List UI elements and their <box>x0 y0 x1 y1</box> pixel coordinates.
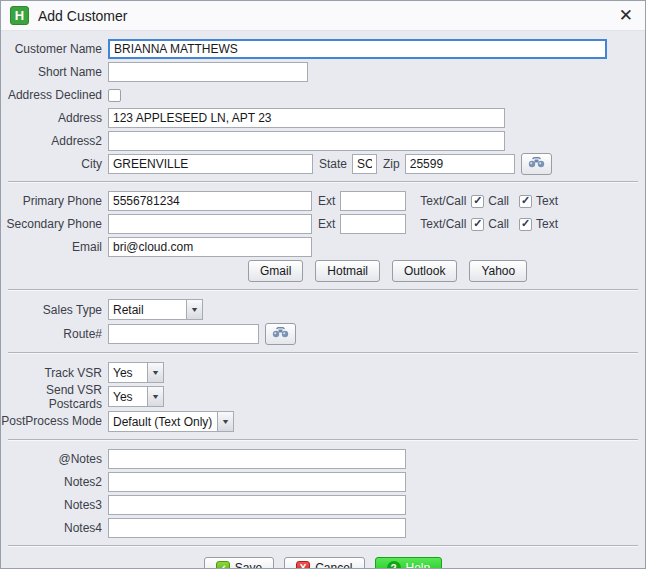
save-button[interactable]: ✓ Save <box>204 557 274 569</box>
address-label: Address <box>1 111 108 125</box>
secondary-phone-row: Secondary Phone Ext Text/Call Call Text <box>1 214 645 234</box>
secondary-textcall-group: Text/Call Call Text <box>420 217 558 231</box>
send-vsr-postcards-row: Send VSR Postcards Yes ▼ <box>1 386 645 407</box>
close-icon[interactable]: ✕ <box>619 7 633 24</box>
postprocess-mode-select[interactable]: Default (Text Only) ▼ <box>108 411 234 432</box>
outlook-button[interactable]: Outlook <box>392 260 457 282</box>
add-customer-dialog: { "window": { "title": "Add Customer", "… <box>0 0 646 569</box>
send-vsr-postcards-value: Yes <box>109 387 147 406</box>
gmail-button[interactable]: Gmail <box>248 260 303 282</box>
notes4-label: Notes4 <box>1 521 108 535</box>
address-input[interactable] <box>108 108 505 128</box>
sales-type-label: Sales Type <box>1 303 108 317</box>
save-button-label: Save <box>235 561 262 569</box>
secondary-phone-label: Secondary Phone <box>1 217 108 231</box>
short-name-row: Short Name <box>1 62 645 82</box>
address2-row: Address2 <box>1 131 645 151</box>
sales-type-select[interactable]: Retail ▼ <box>108 299 203 320</box>
chevron-down-icon: ▼ <box>147 387 163 406</box>
secondary-ext-label: Ext <box>318 217 335 231</box>
address-declined-label: Address Declined <box>1 88 108 102</box>
notes1-label: @Notes <box>1 452 108 466</box>
route-lookup-button[interactable] <box>265 323 296 345</box>
primary-ext-input[interactable] <box>340 191 406 211</box>
secondary-text-checkbox[interactable] <box>519 218 532 231</box>
help-question-icon: ? <box>387 561 401 569</box>
primary-textcall-label: Text/Call <box>420 194 466 208</box>
notes2-row: Notes2 <box>1 472 645 492</box>
chevron-down-icon: ▼ <box>217 412 233 431</box>
address2-input[interactable] <box>108 131 505 151</box>
notes3-label: Notes3 <box>1 498 108 512</box>
zip-lookup-button[interactable] <box>521 153 552 175</box>
email-label: Email <box>1 240 108 254</box>
notes2-label: Notes2 <box>1 475 108 489</box>
address-row: Address <box>1 108 645 128</box>
email-row: Email <box>1 237 645 257</box>
sales-type-row: Sales Type Retail ▼ <box>1 299 645 320</box>
customer-name-input[interactable] <box>108 39 607 59</box>
short-name-label: Short Name <box>1 65 108 79</box>
hotmail-button[interactable]: Hotmail <box>315 260 380 282</box>
primary-call-checkbox[interactable] <box>471 195 484 208</box>
primary-text-label: Text <box>536 194 558 208</box>
footer-buttons: ✓ Save X Cancel ? Help <box>1 557 645 569</box>
city-input[interactable] <box>108 154 313 174</box>
secondary-textcall-label: Text/Call <box>420 217 466 231</box>
notes1-row: @Notes <box>1 449 645 469</box>
help-button-label: Help <box>406 561 431 569</box>
binoculars-icon <box>272 327 289 341</box>
address-declined-row: Address Declined <box>1 85 645 105</box>
zip-label: Zip <box>383 157 400 171</box>
primary-phone-row: Primary Phone Ext Text/Call Call Text <box>1 191 645 211</box>
route-input[interactable] <box>108 324 259 344</box>
notes4-input[interactable] <box>108 518 406 538</box>
email-input[interactable] <box>108 237 312 257</box>
route-label: Route# <box>1 327 108 341</box>
app-logo-icon: H <box>10 6 29 25</box>
secondary-phone-input[interactable] <box>108 214 312 234</box>
chevron-down-icon: ▼ <box>147 363 163 382</box>
short-name-input[interactable] <box>108 62 308 82</box>
save-check-icon: ✓ <box>216 561 230 569</box>
email-provider-buttons: Gmail Hotmail Outlook Yahoo <box>1 260 645 282</box>
state-label: State <box>319 157 347 171</box>
zip-input[interactable] <box>405 154 515 174</box>
chevron-down-icon: ▼ <box>186 300 202 319</box>
postprocess-mode-row: PostProcess Mode Default (Text Only) ▼ <box>1 410 645 432</box>
secondary-call-checkbox[interactable] <box>471 218 484 231</box>
primary-textcall-group: Text/Call Call Text <box>420 194 558 208</box>
secondary-ext-input[interactable] <box>340 214 406 234</box>
yahoo-button[interactable]: Yahoo <box>469 260 527 282</box>
help-button[interactable]: ? Help <box>375 557 443 569</box>
secondary-call-label: Call <box>488 217 509 231</box>
primary-phone-input[interactable] <box>108 191 312 211</box>
customer-name-label: Customer Name <box>1 42 108 56</box>
notes1-input[interactable] <box>108 449 406 469</box>
send-vsr-postcards-label: Send VSR Postcards <box>1 383 108 411</box>
primary-ext-label: Ext <box>318 194 335 208</box>
separator <box>8 439 638 441</box>
route-row: Route# <box>1 323 645 345</box>
customer-name-row: Customer Name <box>1 39 645 59</box>
address-declined-checkbox[interactable] <box>108 89 121 102</box>
track-vsr-select[interactable]: Yes ▼ <box>108 362 164 383</box>
separator <box>8 545 638 547</box>
titlebar: H Add Customer ✕ <box>1 1 645 31</box>
notes4-row: Notes4 <box>1 518 645 538</box>
address2-label: Address2 <box>1 134 108 148</box>
notes2-input[interactable] <box>108 472 406 492</box>
separator <box>8 289 638 291</box>
postprocess-mode-label: PostProcess Mode <box>1 414 108 428</box>
state-input[interactable] <box>352 154 377 174</box>
notes3-input[interactable] <box>108 495 406 515</box>
primary-text-checkbox[interactable] <box>519 195 532 208</box>
dialog-title: Add Customer <box>38 8 127 24</box>
notes3-row: Notes3 <box>1 495 645 515</box>
send-vsr-postcards-select[interactable]: Yes ▼ <box>108 386 164 407</box>
separator <box>8 352 638 354</box>
primary-call-label: Call <box>488 194 509 208</box>
cancel-button[interactable]: X Cancel <box>284 557 364 569</box>
binoculars-icon <box>528 157 545 171</box>
city-label: City <box>1 157 108 171</box>
